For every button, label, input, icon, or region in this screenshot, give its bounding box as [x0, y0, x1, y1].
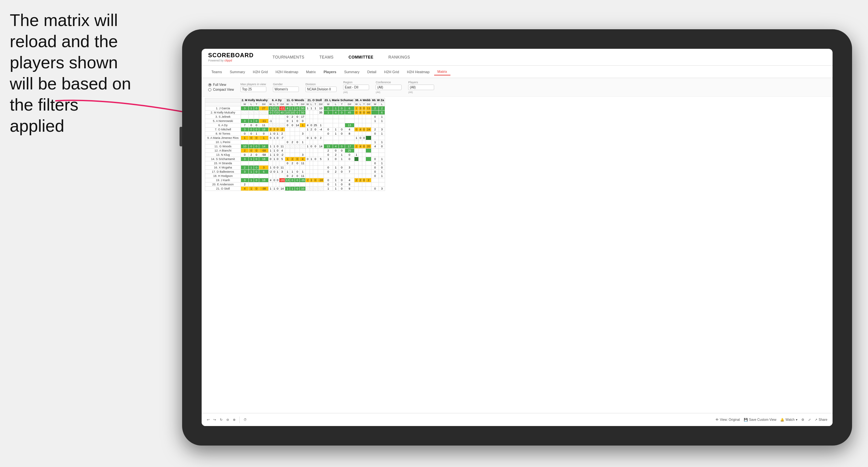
sh-wb-dif: Dif	[366, 102, 371, 106]
cell: 1	[379, 119, 385, 123]
gender-select[interactable]: Women's Men's	[273, 87, 299, 92]
players-select[interactable]: (All)	[408, 85, 434, 90]
cell: 10	[300, 187, 306, 191]
cell	[323, 123, 333, 127]
cell: 0	[323, 153, 333, 157]
clock-button[interactable]: ⏱	[244, 418, 247, 422]
cell: 0	[269, 111, 273, 115]
cell	[318, 140, 323, 145]
cell	[313, 174, 318, 178]
cell: 0	[371, 157, 379, 161]
cell: 1	[290, 106, 295, 111]
table-row: 3. S Jelinek 0 2 0 17	[205, 115, 385, 119]
share-button[interactable]: ↗ Share	[815, 418, 827, 422]
zoom-in-button[interactable]: ⊕	[233, 418, 236, 422]
nav-tournaments[interactable]: TOURNAMENTS	[270, 54, 307, 61]
cell	[366, 149, 371, 153]
cell: 6	[359, 111, 362, 115]
player-name: 8. M Torres	[205, 132, 241, 136]
cell	[323, 161, 333, 165]
cell	[279, 119, 285, 123]
cell: 1	[290, 170, 295, 174]
save-custom-button[interactable]: 💾 Save Custom View	[744, 418, 776, 422]
compact-view-option[interactable]: Compact View	[208, 88, 234, 91]
cell	[241, 111, 249, 115]
cell	[310, 165, 313, 170]
cell: 2	[273, 127, 276, 132]
cell	[306, 187, 310, 191]
more-options-button[interactable]: ⚙	[801, 418, 804, 422]
cell: 0	[290, 123, 295, 127]
cell	[300, 165, 306, 170]
logo-title: SCOREBOARD	[208, 52, 254, 59]
region-select[interactable]: East - DII (All)	[343, 85, 369, 90]
cell	[318, 153, 323, 157]
full-view-radio[interactable]	[208, 83, 211, 87]
cell	[306, 111, 310, 115]
cell: 3	[241, 178, 249, 182]
cell	[345, 136, 354, 140]
subnav-summary2[interactable]: Summary	[341, 69, 363, 75]
view-original-button[interactable]: 👁 View: Original	[715, 418, 740, 422]
cell	[300, 127, 306, 132]
cell	[318, 174, 323, 178]
cell: 1	[310, 178, 313, 182]
compact-view-radio[interactable]	[208, 88, 211, 91]
nav-rankings[interactable]: RANKINGS	[386, 54, 413, 61]
cell	[249, 115, 254, 119]
cell: 0	[323, 127, 333, 132]
cell	[254, 115, 259, 119]
cell: 0	[254, 136, 259, 140]
cell: 3	[300, 132, 306, 136]
cell: 0	[371, 165, 379, 170]
cell: -35	[300, 178, 306, 182]
zoom-out-button[interactable]: ⊖	[226, 418, 229, 422]
cell	[333, 136, 339, 140]
cell: -18	[318, 178, 323, 182]
full-view-option[interactable]: Full View	[208, 83, 234, 87]
conference-filter: Conference (All) (All)	[376, 81, 402, 94]
player-name: 19. J Kanh	[205, 178, 241, 182]
subnav-summary1[interactable]: Summary	[226, 69, 248, 75]
refresh-button[interactable]: ↻	[220, 418, 222, 422]
cell: 0	[323, 178, 333, 182]
division-select[interactable]: NCAA Division II NCAA Division I	[305, 87, 337, 92]
subnav-h2hheatmap2[interactable]: H2H Heatmap	[404, 69, 433, 75]
cell	[290, 127, 295, 132]
cell: 40	[279, 111, 285, 115]
nav-committee[interactable]: COMMITTEE	[346, 54, 376, 61]
subnav-h2hgrid1[interactable]: H2H Grid	[249, 69, 271, 75]
expand-button[interactable]: ⤢	[808, 418, 811, 422]
cell: 2	[333, 153, 339, 157]
cell: 0	[254, 153, 259, 157]
undo-button[interactable]: ↩	[207, 418, 210, 422]
subnav-players[interactable]: Players	[320, 69, 340, 75]
cell	[290, 153, 295, 157]
redo-button[interactable]: ↪	[213, 418, 216, 422]
cell: 7	[241, 123, 249, 127]
nav-teams[interactable]: TEAMS	[317, 54, 336, 61]
filter-row: Full View Compact View Max players in vi…	[202, 78, 833, 97]
conference-select[interactable]: (All)	[376, 85, 402, 90]
cell	[285, 182, 290, 187]
cell: 3	[241, 157, 249, 161]
matrix-area[interactable]: 2. M Kelly Mulcahy 6. A Dy 11. G Woods 2…	[202, 97, 833, 410]
cell: 1	[323, 157, 333, 161]
cell	[354, 174, 359, 178]
player-name: 2. M Kelly Mulcahy	[205, 111, 241, 115]
subnav-matrix2[interactable]: Matrix	[434, 68, 451, 75]
subnav-h2hheatmap1[interactable]: H2H Heatmap	[272, 69, 302, 75]
subnav-teams[interactable]: Teams	[208, 69, 225, 75]
cell	[310, 182, 313, 187]
subnav-detail[interactable]: Detail	[364, 69, 379, 75]
subnav-matrix1[interactable]: Matrix	[303, 69, 319, 75]
cell	[366, 187, 371, 191]
cell: 0	[249, 136, 254, 140]
watch-button[interactable]: 🔔 Watch ▾	[780, 418, 798, 422]
sh-st-t: T	[313, 102, 318, 106]
max-players-select[interactable]: Top 25 Top 10 Top 50	[240, 87, 266, 92]
player-name: 16. X Mcgaha	[205, 165, 241, 170]
cell	[273, 119, 276, 123]
subnav-h2hgrid2[interactable]: H2H Grid	[381, 69, 402, 75]
cell: 11	[366, 106, 371, 111]
